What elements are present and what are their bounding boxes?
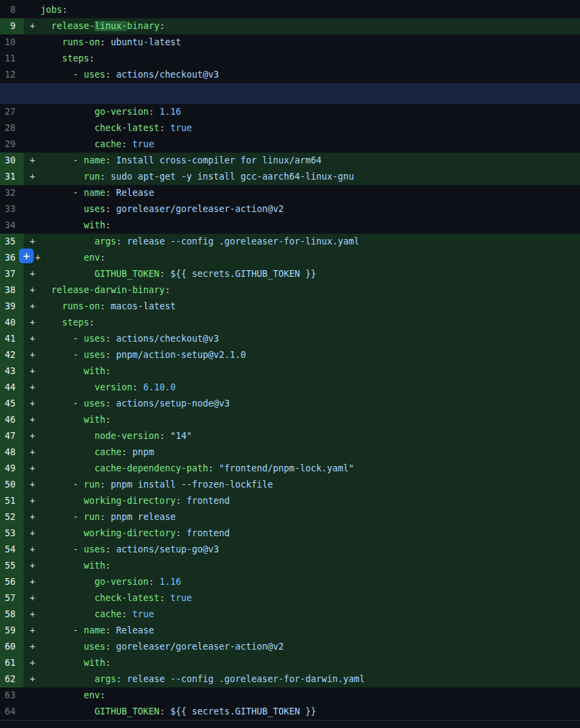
code-text: env: xyxy=(41,250,105,266)
line-number[interactable]: 52 xyxy=(0,509,24,525)
line-number[interactable]: 57 xyxy=(0,590,24,606)
diff-marker xyxy=(24,687,41,704)
line-number[interactable]: 48 xyxy=(0,444,24,461)
diff-line-49: 49+ cache-dependency-path: "frontend/pnp… xyxy=(0,461,580,477)
line-number[interactable]: 38 xyxy=(0,282,24,298)
diff-marker: + xyxy=(24,396,41,412)
diff-line-42: 42+ - uses: pnpm/action-setup@v2.1.0 xyxy=(0,347,580,363)
diff-line-54: 54+ - uses: actions/setup-go@v3 xyxy=(0,542,580,558)
code-text: cache: pnpm xyxy=(41,444,154,461)
line-number[interactable]: 64 xyxy=(0,704,24,720)
line-number[interactable]: 44 xyxy=(0,380,24,396)
code-text: check-latest: true xyxy=(41,590,192,606)
diff-marker xyxy=(24,704,41,720)
line-number[interactable]: 30 xyxy=(0,153,24,169)
line-number[interactable]: 9 xyxy=(0,18,24,34)
code-cell: + node-version: "14" xyxy=(24,428,580,444)
line-number[interactable]: 53 xyxy=(0,525,24,542)
diff-line-61: 61+ with: xyxy=(0,655,580,671)
code-cell: uses: goreleaser/goreleaser-action@v2 xyxy=(24,201,580,217)
diff-marker: + xyxy=(24,315,41,331)
line-number[interactable]: 32 xyxy=(0,185,24,201)
line-number[interactable]: 41 xyxy=(0,331,24,347)
line-number[interactable]: 40 xyxy=(0,315,24,331)
code-text: - run: pnpm release xyxy=(41,509,176,525)
line-number[interactable]: 35 xyxy=(0,234,24,250)
code-text: env: xyxy=(41,687,105,704)
line-number[interactable]: 58 xyxy=(0,606,24,623)
code-cell: + - run: pnpm release xyxy=(24,509,580,525)
code-text: steps: xyxy=(41,315,95,331)
line-number[interactable]: 42 xyxy=(0,347,24,363)
add-comment-button[interactable]: + xyxy=(19,249,34,263)
diff-line-60: 60+ uses: goreleaser/goreleaser-action@v… xyxy=(0,639,580,655)
code-cell: + release-linux-binary: xyxy=(24,18,580,34)
code-cell: cache: true xyxy=(24,136,580,153)
diff-marker: + xyxy=(24,623,41,639)
diff-line-41: 41+ - uses: actions/checkout@v3 xyxy=(0,331,580,347)
code-text: steps: xyxy=(41,51,95,67)
code-text: jobs: xyxy=(41,2,68,18)
code-cell: + - uses: actions/checkout@v3 xyxy=(24,331,580,347)
line-number[interactable]: 46 xyxy=(0,412,24,428)
diff-line-58: 58+ cache: true xyxy=(0,606,580,623)
code-cell: + with: xyxy=(24,363,580,380)
page-background-strip xyxy=(0,721,580,727)
line-number[interactable]: 11 xyxy=(0,51,24,67)
line-number[interactable]: 12 xyxy=(0,67,24,83)
code-text: version: 6.10.0 xyxy=(41,380,176,396)
line-number[interactable]: 29 xyxy=(0,136,24,153)
line-number[interactable]: 50 xyxy=(0,477,24,493)
code-cell: + go-version: 1.16 xyxy=(24,574,580,590)
expand-hunk-row[interactable] xyxy=(0,83,580,104)
line-number[interactable]: 28 xyxy=(0,120,24,136)
diff-marker: + xyxy=(24,18,41,34)
diff-line-63: 63 env: xyxy=(0,687,580,704)
line-number[interactable]: 27 xyxy=(0,104,24,120)
line-number[interactable]: 33 xyxy=(0,201,24,217)
line-number[interactable]: 63 xyxy=(0,687,24,704)
diff-line-46: 46+ with: xyxy=(0,412,580,428)
line-number[interactable]: 61 xyxy=(0,655,24,671)
diff-marker xyxy=(24,136,41,153)
line-number[interactable]: 37 xyxy=(0,266,24,282)
line-number[interactable]: 54 xyxy=(0,542,24,558)
code-text: - uses: actions/setup-go@v3 xyxy=(41,542,219,558)
line-number[interactable]: 62 xyxy=(0,671,24,687)
line-number[interactable]: 45 xyxy=(0,396,24,412)
line-number[interactable]: 31 xyxy=(0,169,24,185)
line-number[interactable]: 47 xyxy=(0,428,24,444)
line-number[interactable]: 59 xyxy=(0,623,24,639)
line-number[interactable]: 55 xyxy=(0,558,24,574)
diff-marker xyxy=(24,120,41,136)
code-text: args: release --config .goreleaser-for-l… xyxy=(41,234,359,250)
code-cell: + args: release --config .goreleaser-for… xyxy=(24,671,580,687)
line-number[interactable]: 51 xyxy=(0,493,24,509)
diff-marker xyxy=(24,185,41,201)
diff-line-33: 33 uses: goreleaser/goreleaser-action@v2 xyxy=(0,201,580,217)
line-number[interactable]: 10 xyxy=(0,34,24,51)
code-cell: + with: xyxy=(24,655,580,671)
line-number[interactable]: 34 xyxy=(0,217,24,234)
diff-marker xyxy=(24,34,41,51)
line-number[interactable]: 8 xyxy=(0,2,24,18)
line-number[interactable]: 60 xyxy=(0,639,24,655)
code-text: run: sudo apt-get -y install gcc-aarch64… xyxy=(41,169,354,185)
diff-marker: + xyxy=(24,461,41,477)
line-number[interactable]: 39 xyxy=(0,298,24,315)
code-cell: + uses: goreleaser/goreleaser-action@v2 xyxy=(24,639,580,655)
diff-marker: + xyxy=(24,655,41,671)
code-cell: check-latest: true xyxy=(24,120,580,136)
diff-line-53: 53+ working-directory: frontend xyxy=(0,525,580,542)
code-text: uses: goreleaser/goreleaser-action@v2 xyxy=(41,639,284,655)
diff-marker: + xyxy=(24,525,41,542)
line-number[interactable]: 49 xyxy=(0,461,24,477)
line-number[interactable]: 56 xyxy=(0,574,24,590)
line-number[interactable]: 43 xyxy=(0,363,24,380)
diff-line-12: 12 - uses: actions/checkout@v3 xyxy=(0,67,580,83)
code-cell: + with: xyxy=(24,558,580,574)
code-text: with: xyxy=(41,655,111,671)
diff-marker: + xyxy=(24,671,41,687)
code-text: with: xyxy=(41,558,111,574)
code-cell: + run: sudo apt-get -y install gcc-aarch… xyxy=(24,169,580,185)
